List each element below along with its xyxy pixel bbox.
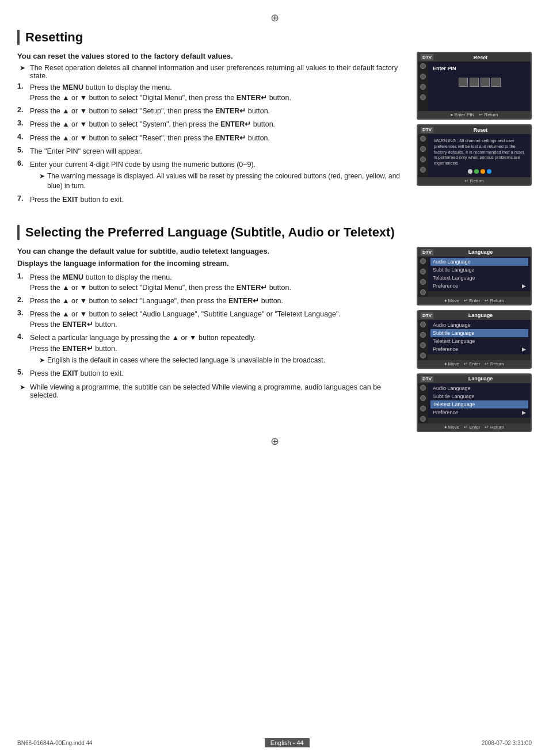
pin-box-2 xyxy=(470,78,479,87)
pin-spacer xyxy=(432,91,527,109)
step-3-num: 3. xyxy=(17,119,26,127)
resetting-title: Resetting xyxy=(25,30,532,45)
lang-step-5-text: Press the EXIT button to exit. xyxy=(30,368,405,379)
icon-dot-l12 xyxy=(420,416,426,422)
footer-enter-1: ↵ Enter xyxy=(464,298,480,303)
lang-screen1-main: Audio Language Subtitle Language Teletex… xyxy=(428,257,531,297)
lang-step-4-num: 4. xyxy=(17,333,26,341)
reset-screen2-body: WARN ING : All channel settings and user… xyxy=(418,134,531,177)
reset-screen-2: DTV Reset WARN ING : All channel setting… xyxy=(417,124,532,186)
reset-screen1-icons xyxy=(418,62,428,111)
lang-menu-audio-3: Audio Language xyxy=(430,384,528,392)
reset-screen-1: DTV Reset Enter PIN xyxy=(417,52,532,120)
lang-screen3-body: Audio Language Subtitle Language Teletex… xyxy=(418,383,531,423)
step-7: 7. Press the EXIT button to exit. xyxy=(17,194,405,205)
language-steps: 1. Press the MENU button to display the … xyxy=(17,272,405,379)
step-5: 5. The "Enter PIN" screen will appear. xyxy=(17,146,405,156)
step-2-text: Press the ▲ or ▼ button to select "Setup… xyxy=(30,106,405,116)
lang-step-3-num: 3. xyxy=(17,309,26,317)
step-1-text: Press the MENU button to display the men… xyxy=(30,82,405,103)
lang-menu-subtitle-1: Subtitle Language xyxy=(430,266,528,274)
lang-step-2-text: Press the ▲ or ▼ button to select "Langu… xyxy=(30,296,405,306)
footer-ret-1: ↩ Return xyxy=(485,298,504,303)
step-3: 3. Press the ▲ or ▼ button to select "Sy… xyxy=(17,119,405,129)
step-6-subnote-text: The warning message is displayed. All va… xyxy=(47,171,405,192)
bottom-compass-icon: ⊕ xyxy=(17,435,532,448)
icon-dot-7 xyxy=(420,156,426,162)
lang-screen3-content: Audio Language Subtitle Language Teletex… xyxy=(428,383,531,418)
language-title: Selecting the Preferred Language (Subtit… xyxy=(25,225,532,240)
pin-box-3 xyxy=(481,78,490,87)
pref-label-2: Preference xyxy=(433,346,458,352)
icon-dot-l3 xyxy=(420,279,426,285)
reset-screen1-content: Enter PIN xyxy=(428,62,531,111)
reset-screen2-dtv: DTV xyxy=(421,127,433,133)
step-5-num: 5. xyxy=(17,146,26,154)
color-btn-blue xyxy=(487,169,491,174)
icon-dot-l1 xyxy=(420,258,426,264)
pin-box-1 xyxy=(459,78,468,87)
lang-menu-pref-1: Preference ▶ xyxy=(430,282,528,290)
lang-note1: ➤ While viewing a programme, the subtitl… xyxy=(17,383,405,399)
footer-enter-2: ↵ Enter xyxy=(464,361,480,366)
icon-dot-l6 xyxy=(420,332,426,338)
icon-dot-l11 xyxy=(420,406,426,411)
pref-label-1: Preference xyxy=(433,283,458,289)
pref-label-3: Preference xyxy=(433,410,458,415)
lang-menu-subtitle-2: Subtitle Language xyxy=(430,329,528,337)
subtitle-lang-label-1: Subtitle Language xyxy=(433,267,475,273)
reset-screen1-dtv: DTV xyxy=(421,54,433,60)
date-info: 2008-07-02 3:31:00 xyxy=(482,740,532,746)
icon-dot-l8 xyxy=(420,353,426,358)
icon-dot-4 xyxy=(420,94,426,100)
lang-screen2-footer: ♦ Move ↵ Enter ↩ Return xyxy=(418,360,531,368)
pref-arrow-1: ▶ xyxy=(522,283,526,289)
lang-screen3-main: Audio Language Subtitle Language Teletex… xyxy=(428,383,531,423)
arrow-icon-lang4: ➤ xyxy=(39,356,45,365)
lang-step-1-text: Press the MENU button to display the men… xyxy=(30,272,405,293)
reset-screen1-main: Enter PIN xyxy=(428,62,531,111)
lang-screen-2: DTV Language Audio Language xyxy=(417,310,532,369)
lang-note1-text: While viewing a programme, the subtitle … xyxy=(30,383,405,399)
pin-boxes xyxy=(432,78,527,87)
step-6-text: Enter your current 4-digit PIN code by u… xyxy=(30,159,405,192)
lang-step-2: 2. Press the ▲ or ▼ button to select "La… xyxy=(17,296,405,306)
lang-screen1-footer: ♦ Move ↵ Enter ↩ Return xyxy=(418,297,531,304)
reset-screen1-header: DTV Reset xyxy=(418,53,531,62)
lang-screen1-body: Audio Language Subtitle Language Teletex… xyxy=(418,257,531,297)
language-content: You can change the default value for sub… xyxy=(17,247,532,432)
icon-dot-l10 xyxy=(420,395,426,401)
arrow-icon-lang1: ➤ xyxy=(20,383,25,399)
icon-dot-l2 xyxy=(420,269,426,274)
footer-move-3: ♦ Move xyxy=(444,425,459,430)
reset-screen2-content: WARN ING : All channel settings and user… xyxy=(428,134,531,177)
step-6-subnote: ➤ The warning message is displayed. All … xyxy=(30,171,405,192)
step-2-num: 2. xyxy=(17,106,26,114)
footer-return-1: ↩ Return xyxy=(479,112,498,117)
reset-screen1-footer: ● Enter PIN ↩ Return xyxy=(418,111,531,119)
reset-screen1-title: Reset xyxy=(433,55,528,60)
icon-dot-l5 xyxy=(420,322,426,327)
lang-screen1-content: Audio Language Subtitle Language Teletex… xyxy=(428,257,531,291)
step-7-text: Press the EXIT button to exit. xyxy=(30,194,405,205)
lang-screen1-title: Language xyxy=(433,249,528,255)
lang-step-5: 5. Press the EXIT button to exit. xyxy=(17,368,405,379)
reset-screen2-icons xyxy=(418,134,428,177)
page-footer: BN68-01684A-00Eng.indd 44 English - 44 2… xyxy=(0,738,549,747)
icon-dot-l7 xyxy=(420,342,426,348)
step-1: 1. Press the MENU button to display the … xyxy=(17,82,405,103)
teletext-lang-label-3: Teletext Language xyxy=(433,402,475,407)
footer-move-1: ♦ Move xyxy=(444,298,459,303)
lang-screen2-main: Audio Language Subtitle Language Teletex… xyxy=(428,320,531,360)
step-3-text: Press the ▲ or ▼ button to select "Syste… xyxy=(30,119,405,129)
audio-lang-label-2: Audio Language xyxy=(433,322,471,328)
page-container: ⊕ Resetting You can reset the values sto… xyxy=(0,0,549,756)
resetting-note1-text: The Reset operation deletes all channel … xyxy=(30,64,405,80)
resetting-section-header: Resetting xyxy=(17,30,532,45)
audio-lang-label-1: Audio Language xyxy=(433,259,471,265)
footer-enter-3: ↵ Enter xyxy=(464,425,480,430)
lang-screen3-footer: ♦ Move ↵ Enter ↩ Return xyxy=(418,423,531,431)
lang-menu-subtitle-3: Subtitle Language xyxy=(430,392,528,400)
pref-arrow-2: ▶ xyxy=(522,346,526,352)
lang-step-4-subnote: ➤ English is the default in cases where … xyxy=(30,356,405,365)
